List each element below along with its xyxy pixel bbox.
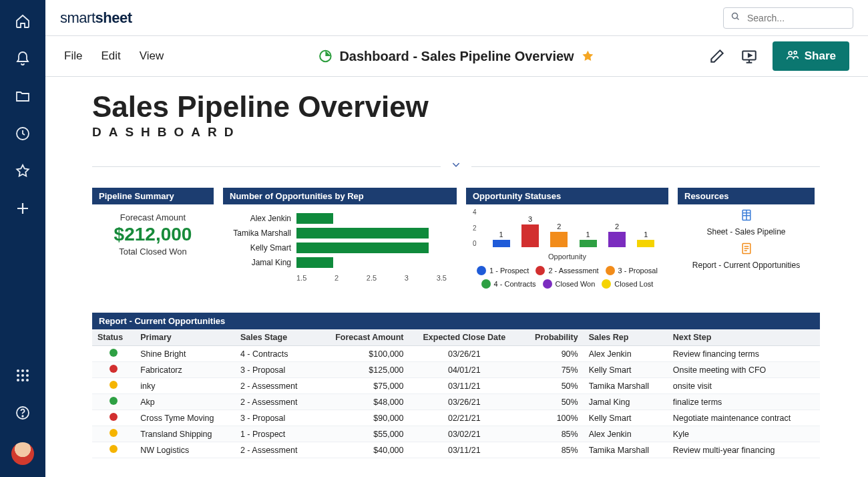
share-label: Share (805, 49, 836, 63)
home-icon[interactable] (15, 13, 31, 29)
folder-icon[interactable] (15, 88, 31, 104)
status-dot-icon (110, 413, 118, 421)
legend-item: Closed Lost (602, 279, 653, 289)
status-bar: 1 (576, 230, 600, 248)
widget-header: Opportunity Statuses (466, 188, 668, 204)
table-row[interactable]: Shine Bright4 - Contracts$100,00003/26/2… (92, 346, 820, 362)
apps-icon[interactable] (15, 367, 31, 383)
widget-resources[interactable]: Resources Sheet - Sales Pipeline Report … (678, 188, 815, 291)
status-bar: 2 (604, 222, 629, 247)
svg-point-12 (732, 13, 738, 19)
sheet-icon[interactable] (740, 208, 753, 224)
svg-point-7 (17, 379, 19, 381)
people-icon (786, 48, 799, 65)
section-divider (92, 160, 820, 173)
menu-edit[interactable]: Edit (101, 49, 120, 63)
svg-point-4 (17, 374, 19, 377)
widget-pipeline-summary[interactable]: Pipeline Summary Forecast Amount $212,00… (92, 188, 214, 291)
forecast-label: Forecast Amount (95, 212, 211, 222)
bell-icon[interactable] (15, 51, 31, 67)
chevron-down-icon[interactable] (449, 160, 463, 173)
resource-link-sheet[interactable]: Sheet - Sales Pipeline (706, 227, 785, 236)
status-dot-icon (110, 365, 118, 373)
menu-view[interactable]: View (140, 49, 164, 63)
rep-bar: Alex Jenkin (230, 211, 450, 226)
legend-item: 3 - Proposal (606, 266, 658, 275)
closed-label: Total Closed Won (95, 247, 211, 257)
svg-point-16 (794, 51, 797, 53)
col-rep[interactable]: Sales Rep (584, 329, 668, 346)
rep-bar: Jamal King (230, 255, 450, 270)
widget-opps-by-rep[interactable]: Number of Opportunities by Rep Alex Jenk… (223, 188, 457, 291)
svg-point-11 (22, 416, 23, 417)
svg-point-2 (21, 369, 24, 372)
col-primary[interactable]: Primary (135, 329, 235, 346)
status-bar: 1 (489, 230, 513, 248)
widget-header: Number of Opportunities by Rep (223, 188, 457, 204)
status-dot-icon (110, 445, 118, 453)
resource-link-report[interactable]: Report - Current Opportunities (692, 261, 800, 270)
recent-icon[interactable] (15, 126, 31, 142)
col-stage[interactable]: Sales Stage (235, 329, 315, 346)
left-rail (0, 0, 45, 477)
opportunities-table: Status Primary Sales Stage Forecast Amou… (92, 329, 820, 458)
legend-item: 2 - Assessment (535, 266, 598, 275)
brand-logo[interactable]: smartsheet (60, 9, 132, 27)
forecast-value: $212,000 (95, 224, 211, 245)
menubar: File Edit View Dashboard - Sales Pipelin… (45, 36, 868, 77)
widget-row: Pipeline Summary Forecast Amount $212,00… (92, 188, 820, 291)
svg-point-1 (17, 369, 19, 372)
widget-header: Pipeline Summary (92, 188, 214, 204)
svg-point-5 (21, 374, 24, 377)
col-close-date[interactable]: Expected Close Date (409, 329, 520, 346)
col-forecast[interactable]: Forecast Amount (315, 329, 409, 346)
widget-opp-statuses[interactable]: Opportunity Statuses 420 132121 Opportun… (466, 188, 668, 291)
legend-item: 4 - Contracts (481, 279, 536, 289)
status-chart: 420 132121 (473, 208, 662, 255)
widget-header: Resources (678, 188, 815, 204)
legend-item: Closed Won (543, 279, 596, 289)
col-probability[interactable]: Probability (519, 329, 584, 346)
svg-point-9 (26, 379, 29, 381)
table-row[interactable]: inky2 - Assessment$75,00003/11/2150%Tami… (92, 378, 820, 394)
status-dot-icon (110, 429, 118, 437)
table-row[interactable]: NW Logistics2 - Assessment$40,00003/11/2… (92, 442, 820, 458)
present-icon[interactable] (740, 47, 758, 65)
table-row[interactable]: Fabricatorz3 - Proposal$125,00004/01/217… (92, 362, 820, 378)
dashboard-canvas: Sales Pipeline Overview DASHBOARD Pipeli… (45, 77, 860, 477)
col-status[interactable]: Status (92, 329, 135, 346)
search-input[interactable] (746, 12, 846, 24)
plus-icon[interactable] (15, 200, 31, 216)
dashboard-icon (318, 49, 333, 63)
menu-file[interactable]: File (64, 49, 82, 63)
legend-item: 1 - Prospect (477, 266, 529, 275)
svg-point-8 (21, 379, 24, 381)
widget-header: Report - Current Opportunities (92, 313, 820, 329)
widget-report-table[interactable]: Report - Current Opportunities Status Pr… (92, 313, 820, 458)
reps-chart: Alex JenkinTamika MarshallKelly SmartJam… (223, 204, 457, 291)
status-legend: 1 - Prospect2 - Assessment3 - Proposal4 … (473, 266, 662, 289)
status-dot-icon (110, 397, 118, 405)
table-row[interactable]: Cross Tyme Moving3 - Proposal$90,00002/2… (92, 410, 820, 426)
rep-bar: Tamika Marshall (230, 226, 450, 241)
search-box[interactable] (723, 7, 853, 29)
topbar: smartsheet (45, 0, 868, 36)
favorite-star-icon[interactable] (581, 49, 596, 63)
share-button[interactable]: Share (773, 41, 849, 71)
edit-icon[interactable] (708, 47, 726, 65)
rep-bar: Kelly Smart (230, 241, 450, 255)
status-bar: 1 (634, 230, 658, 248)
table-row[interactable]: Akp2 - Assessment$48,00003/26/2150%Jamal… (92, 394, 820, 410)
star-icon[interactable] (15, 163, 31, 179)
page-title-group: Dashboard - Sales Pipeline Overview (318, 49, 595, 64)
dashboard-heading: Sales Pipeline Overview (92, 90, 820, 124)
help-icon[interactable] (15, 405, 31, 421)
table-row[interactable]: Transland Shipping1 - Prospect$55,00003/… (92, 426, 820, 442)
status-dot-icon (110, 349, 118, 357)
avatar[interactable] (11, 442, 34, 465)
report-icon[interactable] (740, 242, 753, 258)
col-next-step[interactable]: Next Step (668, 329, 820, 346)
status-bar: 2 (547, 222, 572, 247)
svg-point-3 (26, 369, 29, 372)
search-icon (730, 11, 740, 24)
